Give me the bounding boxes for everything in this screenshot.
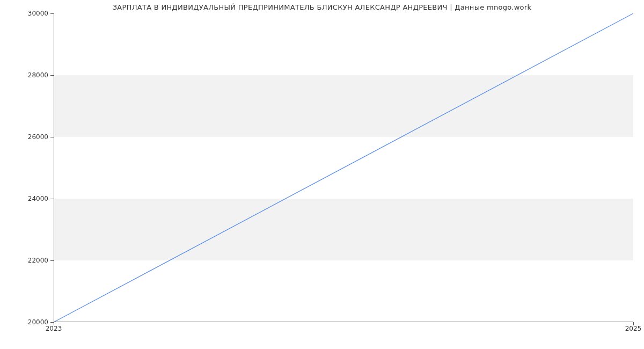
x-tick-label: 2025 — [625, 325, 642, 332]
plot-area: 20000 22000 24000 26000 28000 30000 2023… — [54, 13, 633, 322]
y-tick-mark — [50, 137, 54, 137]
y-tick-mark — [50, 199, 54, 199]
y-tick-mark — [50, 13, 54, 14]
y-axis-line — [54, 13, 54, 322]
svg-line-0 — [54, 13, 633, 322]
chart-title: ЗАРПЛАТА В ИНДИВИДУАЛЬНЫЙ ПРЕДПРИНИМАТЕЛ… — [0, 3, 644, 11]
y-tick-label: 26000 — [16, 133, 48, 141]
x-tick-label: 2023 — [46, 325, 62, 332]
y-tick-label: 20000 — [16, 318, 48, 326]
salary-line-chart: ЗАРПЛАТА В ИНДИВИДУАЛЬНЫЙ ПРЕДПРИНИМАТЕЛ… — [0, 0, 644, 349]
y-tick-label: 22000 — [16, 257, 48, 264]
y-tick-label: 24000 — [16, 195, 48, 202]
y-tick-label: 28000 — [16, 71, 48, 79]
series-line — [54, 13, 633, 322]
y-tick-mark — [50, 260, 54, 261]
y-tick-label: 30000 — [16, 10, 48, 17]
y-tick-mark — [50, 75, 54, 76]
x-axis-line — [54, 322, 633, 322]
